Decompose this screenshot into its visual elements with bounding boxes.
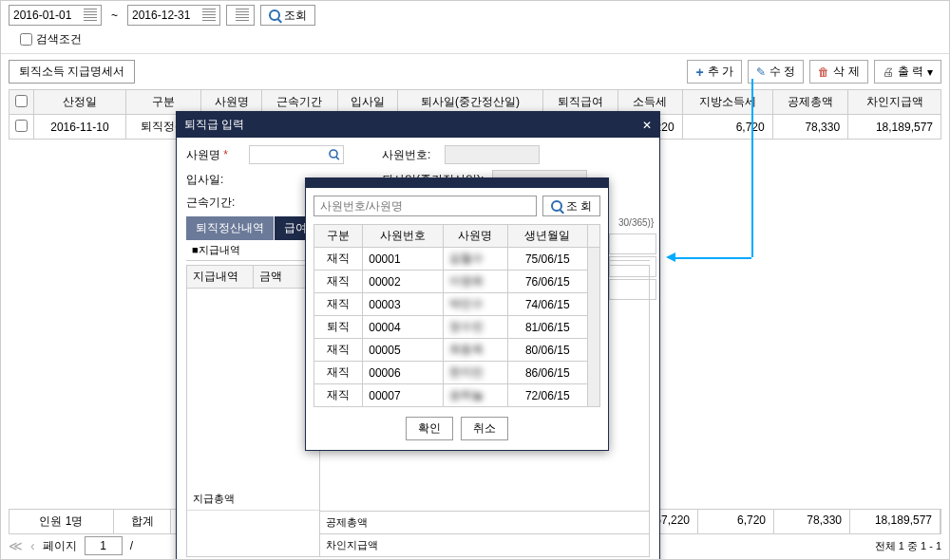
trash-icon: 🗑	[818, 65, 829, 79]
employee-row[interactable]: 재직00007송하늘72/06/15	[314, 384, 600, 407]
dialog-title: 퇴직급 입력	[184, 117, 244, 133]
employee-row[interactable]: 재직00003박민수74/06/15	[314, 293, 600, 316]
employee-table: 구분 사원번호 사원명 생년월일 재직00001김철수75/06/15재직000…	[314, 224, 600, 407]
add-button[interactable]: +추 가	[687, 60, 742, 84]
employee-row[interactable]: 재직00002이영희76/06/15	[314, 271, 600, 293]
total-deduct-label: 공제총액	[320, 512, 649, 534]
employee-query-button[interactable]: 조 회	[542, 196, 600, 216]
cancel-button[interactable]: 취소	[461, 417, 508, 440]
employee-row[interactable]: 퇴직00004정수진81/06/15	[314, 316, 600, 339]
query-label: 조회	[284, 8, 307, 24]
label-hire: 입사일:	[186, 172, 243, 188]
ok-button[interactable]: 확인	[406, 417, 453, 440]
label-empname: 사원명 *	[186, 147, 243, 163]
calendar-popup-button[interactable]	[226, 5, 255, 26]
page-total-label: 전체 1 중 1 - 1	[875, 539, 941, 553]
date-from-input[interactable]	[9, 5, 102, 26]
employee-row[interactable]: 재직00005최동욱80/06/15	[314, 339, 600, 362]
empname-field[interactable]	[249, 145, 344, 164]
summary-deduct: 78,330	[774, 510, 850, 533]
row-checkbox[interactable]	[15, 120, 28, 132]
date-to-field[interactable]	[132, 9, 199, 22]
search-icon	[551, 200, 562, 212]
calendar-icon[interactable]	[84, 9, 97, 22]
search-cond-label: 검색조건	[36, 31, 82, 47]
formula-fragment: 30/365)}	[618, 217, 654, 228]
label-tenure: 근속기간:	[186, 195, 243, 211]
col-ltax: 지방소득세	[682, 90, 772, 115]
summary-net: 18,189,577	[850, 510, 940, 533]
scrollbar[interactable]	[588, 225, 600, 248]
page-first-button[interactable]: ≪	[9, 538, 23, 553]
total-net-label: 차인지급액	[320, 534, 649, 556]
query-button[interactable]: 조회	[260, 5, 315, 26]
chevron-down-icon: ▾	[927, 65, 933, 79]
page-label: 페이지	[43, 538, 77, 554]
label-empno: 사원번호:	[382, 147, 439, 163]
col-deduct: 공제총액	[772, 90, 847, 115]
print-icon: 🖨	[883, 65, 894, 79]
calendar-icon	[236, 9, 249, 22]
page-number-input[interactable]	[85, 536, 123, 555]
page-prev-button[interactable]: ‹	[30, 538, 35, 553]
employee-row[interactable]: 재직00001김철수75/06/15	[314, 248, 600, 271]
plus-icon: +	[695, 65, 703, 80]
date-from-field[interactable]	[13, 9, 80, 22]
tab-retirement-statement[interactable]: 퇴직소득 지급명세서	[9, 60, 135, 84]
date-to-input[interactable]	[127, 5, 220, 26]
select-all-checkbox[interactable]	[15, 95, 28, 107]
search-cond-checkbox[interactable]	[20, 33, 32, 46]
summary-count: 인원 1명	[10, 510, 114, 533]
col-date: 산정일	[34, 90, 126, 115]
search-icon	[269, 9, 280, 21]
date-range-tilde: ~	[111, 9, 118, 22]
total-pay-label: 지급총액	[187, 488, 319, 511]
col-net: 차인지급액	[848, 90, 941, 115]
summary-sum-label: 합계	[114, 510, 171, 533]
pencil-icon: ✎	[756, 65, 766, 79]
search-icon	[329, 149, 338, 159]
employee-search-input[interactable]	[314, 196, 537, 216]
empno-field	[445, 145, 540, 164]
employee-row[interactable]: 재직00006한지민86/06/15	[314, 362, 600, 384]
delete-button[interactable]: 🗑삭 제	[809, 60, 867, 84]
subtab-settlement[interactable]: 퇴직정산내역	[186, 216, 275, 240]
employee-search-dialog: 조 회 구분 사원번호 사원명 생년월일 재직00001김철수75/06/15재…	[305, 177, 609, 451]
edit-button[interactable]: ✎수 정	[748, 60, 804, 84]
print-button[interactable]: 🖨출 력▾	[874, 60, 941, 84]
calendar-icon[interactable]	[202, 9, 216, 22]
close-icon[interactable]: ✕	[642, 119, 652, 132]
summary-ltax: 6,720	[698, 510, 774, 533]
